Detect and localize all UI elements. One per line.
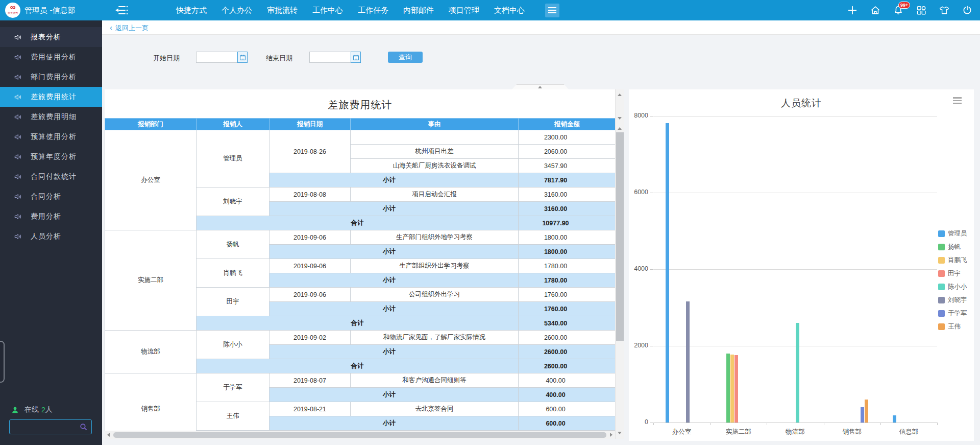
sidebar-item-人员分析[interactable]: 人员分析: [0, 226, 102, 246]
company-logo: ∞ 华天动力: [5, 3, 20, 18]
nav-item-3[interactable]: 审批流转: [267, 0, 298, 20]
speaker-icon: [14, 153, 22, 161]
scroll-up-icon[interactable]: [618, 93, 622, 96]
sidebar-item-费用使用分析[interactable]: 费用使用分析: [0, 47, 102, 67]
amount-cell: 400.00: [519, 373, 616, 388]
legend-label: 扬帆: [948, 243, 961, 251]
notifications-bell-icon[interactable]: 99+: [893, 5, 904, 16]
chart-bar-肖鹏飞-实施二部[interactable]: [730, 355, 734, 423]
start-date-input[interactable]: [196, 52, 237, 63]
apps-grid-icon[interactable]: [916, 5, 927, 16]
subtotal-amount-cell: 2600.00: [519, 345, 616, 359]
sidebar-resize-handle[interactable]: [0, 341, 5, 383]
chart-bar-管理员-办公室[interactable]: [666, 123, 669, 423]
menu-collapse-icon[interactable]: [114, 5, 129, 16]
sidebar-item-差旅费用明细[interactable]: 差旅费用明细: [0, 107, 102, 127]
chart-menu-icon[interactable]: [953, 97, 962, 106]
person-icon: [11, 406, 19, 414]
nav-item-1[interactable]: 快捷方式: [176, 0, 207, 20]
more-menu-button[interactable]: [545, 4, 559, 17]
legend-item-扬帆[interactable]: 扬帆: [938, 243, 961, 251]
sidebar-item-label: 费用使用分析: [31, 53, 77, 62]
chart-bar-管理员-信息部[interactable]: [893, 415, 896, 423]
legend-label: 管理员: [948, 229, 967, 238]
online-suffix: 人: [45, 405, 53, 414]
legend-swatch: [938, 257, 945, 264]
chart-bar-于学军-销售部[interactable]: [861, 407, 864, 423]
end-date-input[interactable]: [309, 52, 351, 63]
subtotal-label-cell: 小计: [270, 202, 519, 216]
amount-cell: 3457.90: [519, 159, 616, 173]
x-tick-mark: [880, 423, 881, 425]
table-horizontal-scrollbar[interactable]: [105, 431, 615, 439]
logo-text: 华天动力: [5, 11, 20, 14]
y-tick-mark: [650, 269, 653, 270]
nav-item-7[interactable]: 项目管理: [449, 0, 479, 20]
legend-item-刘晓宇[interactable]: 刘晓宇: [938, 296, 967, 305]
sidebar-item-部门费用分析[interactable]: 部门费用分析: [0, 67, 102, 87]
chart-bar-王伟-销售部[interactable]: [865, 400, 868, 423]
table-vertical-scrollbar[interactable]: [615, 89, 624, 439]
y-tick-label: 0: [629, 418, 648, 426]
person-cell: 于学军: [197, 373, 270, 402]
logout-power-icon[interactable]: [962, 5, 973, 16]
speaker-icon: [14, 113, 22, 121]
date-cell: 2019-08-08: [270, 188, 351, 202]
theme-shirt-icon[interactable]: [939, 5, 950, 16]
sidebar-item-差旅费用统计[interactable]: 差旅费用统计: [0, 87, 102, 107]
sidebar-item-预算使用分析[interactable]: 预算使用分析: [0, 127, 102, 147]
legend-item-于学军[interactable]: 于学军: [938, 309, 967, 318]
y-tick-label: 8000: [629, 112, 648, 119]
scroll-down-icon[interactable]: [618, 432, 622, 434]
sidebar: 报表分析费用使用分析部门费用分析差旅费用统计差旅费用明细预算使用分析预算年度分析…: [0, 20, 102, 445]
sidebar-search-input[interactable]: [13, 420, 74, 434]
speaker-icon: [14, 232, 22, 241]
legend-item-陈小小[interactable]: 陈小小: [938, 283, 967, 291]
chart-bar-田宇-实施二部[interactable]: [734, 355, 738, 423]
sidebar-item-报表分析[interactable]: 报表分析: [0, 27, 102, 47]
nav-item-8[interactable]: 文档中心: [494, 0, 525, 20]
legend-item-田宇[interactable]: 田宇: [938, 269, 961, 278]
person-cell: 刘晓宇: [197, 188, 270, 216]
y-tick-mark: [650, 116, 653, 116]
sidebar-item-合同付款统计[interactable]: 合同付款统计: [0, 167, 102, 186]
chart-bar-扬帆-实施二部[interactable]: [726, 354, 730, 423]
nav-item-5[interactable]: 工作任务: [358, 0, 388, 20]
home-icon[interactable]: [870, 5, 881, 16]
start-date-calendar-icon[interactable]: [237, 52, 248, 63]
query-button[interactable]: 查询: [388, 52, 423, 63]
horizontal-scroll-thumb[interactable]: [113, 432, 606, 438]
nav-item-2[interactable]: 个人办公: [222, 0, 252, 20]
scroll-right-icon[interactable]: [610, 433, 612, 437]
online-count: 2: [41, 406, 45, 414]
vertical-scroll-thumb[interactable]: [616, 132, 624, 341]
back-link[interactable]: ‹返回上一页: [110, 20, 149, 35]
sidebar-item-预算年度分析[interactable]: 预算年度分析: [0, 147, 102, 167]
dept-cell: 销售部: [105, 373, 197, 431]
current-user-label: 管理员 -信息部: [24, 0, 76, 20]
scroll-down-icon[interactable]: [618, 117, 622, 120]
sidebar-item-费用分析[interactable]: 费用分析: [0, 206, 102, 226]
sidebar-item-合同分析[interactable]: 合同分析: [0, 186, 102, 206]
legend-label: 陈小小: [948, 283, 967, 291]
chart-bar-刘晓宇-办公室[interactable]: [686, 301, 690, 423]
dept-cell: 实施二部: [105, 230, 197, 331]
nav-item-4[interactable]: 工作中心: [312, 0, 343, 20]
expense-table: 报销部门报销人报销日期事由报销金额 办公室管理员2019-08-262300.0…: [105, 118, 616, 431]
x-tick-mark: [767, 423, 767, 425]
scroll-up-icon[interactable]: [618, 127, 622, 130]
legend-item-肖鹏飞[interactable]: 肖鹏飞: [938, 256, 967, 265]
total-amount-cell: 5340.00: [519, 316, 616, 331]
subtotal-amount-cell: 1780.00: [519, 273, 616, 288]
scroll-left-icon[interactable]: [107, 433, 110, 437]
add-icon[interactable]: [847, 5, 858, 16]
nav-item-6[interactable]: 内部邮件: [403, 0, 434, 20]
end-date-calendar-icon[interactable]: [351, 52, 361, 63]
legend-item-王伟[interactable]: 王伟: [938, 322, 961, 331]
dept-cell: 物流部: [105, 331, 197, 373]
chart-bar-陈小小-物流部[interactable]: [796, 323, 799, 423]
search-icon[interactable]: [79, 423, 88, 433]
x-tick-mark: [653, 423, 654, 425]
subtotal-amount-cell: 1760.00: [519, 302, 616, 316]
legend-item-管理员[interactable]: 管理员: [938, 229, 967, 238]
